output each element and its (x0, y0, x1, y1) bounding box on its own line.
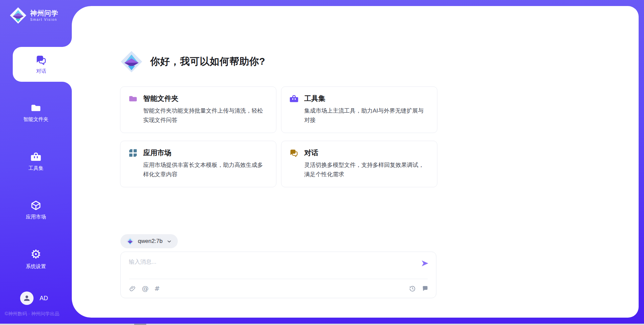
greeting-block: 你好，我可以如何帮助你? (120, 50, 265, 73)
card-header: 智能文件夹 (128, 94, 268, 103)
chat-icon (289, 148, 299, 157)
send-icon[interactable] (421, 259, 429, 268)
sidebar-item-toolbox[interactable]: 工具集 (0, 149, 72, 180)
brand-name: 神州问学 (30, 9, 58, 17)
message-input[interactable] (129, 258, 407, 277)
user-initials: AD (40, 295, 48, 302)
card-description: 集成市场上主流工具，助力AI与外界无缝扩展与对接 (304, 106, 429, 125)
sidebar-item-label: 应用市场 (26, 214, 46, 220)
card-title: 智能文件夹 (143, 94, 178, 103)
chevron-down-icon (166, 239, 172, 244)
brand: 神州问学 Smart Vision (9, 7, 58, 24)
sidebar-item-smart-folder[interactable]: 智能文件夹 (0, 101, 72, 131)
mention-at-icon[interactable]: @ (142, 285, 149, 292)
model-selector[interactable]: qwen2:7b (120, 234, 178, 248)
card-header: 工具集 (289, 94, 429, 103)
avatar (20, 291, 34, 305)
folder-icon (31, 103, 41, 113)
chat-icon (36, 54, 47, 66)
toolbox-icon (31, 151, 41, 162)
composer-toolbar: @ # (129, 279, 429, 298)
window-bottom-edge (0, 324, 644, 325)
card-header: 对话 (289, 148, 429, 157)
paperclip-icon[interactable] (129, 285, 136, 292)
greeting-title: 你好，我可以如何帮助你? (150, 55, 265, 68)
logo-diamond-icon (126, 237, 134, 245)
model-name: qwen2:7b (138, 238, 163, 245)
card-app-market[interactable]: 应用市场 应用市场提供丰富长文本模板，助力高效生成多样化文章内容 (120, 141, 276, 187)
message-composer: @ # (120, 252, 436, 298)
brand-subtitle: Smart Vision (30, 18, 58, 21)
card-title: 应用市场 (143, 148, 171, 157)
history-icon[interactable] (409, 285, 416, 292)
user-account[interactable]: AD (20, 291, 48, 305)
toolbar-right (409, 285, 429, 292)
card-title: 对话 (304, 148, 318, 157)
sidebar-item-settings[interactable]: ⚙ 系统设置 (0, 247, 72, 278)
sidebar-item-app-market[interactable]: 应用市场 (0, 198, 72, 229)
toolbox-icon (289, 94, 299, 103)
brand-logo-diamond-icon (9, 7, 27, 24)
sidebar-item-label: 智能文件夹 (23, 116, 49, 123)
blocks-icon (128, 148, 138, 157)
card-toolbox[interactable]: 工具集 集成市场上主流工具，助力AI与外界无缝扩展与对接 (281, 86, 437, 133)
feature-cards: 智能文件夹 智能文件夹功能支持批量文件上传与清洗，轻松实现文件问答 工具集 集成… (120, 86, 437, 187)
card-smart-folder[interactable]: 智能文件夹 智能文件夹功能支持批量文件上传与清洗，轻松实现文件问答 (120, 86, 276, 133)
toolbar-left: @ # (129, 285, 160, 292)
card-title: 工具集 (304, 94, 325, 103)
logo-diamond-icon (120, 50, 143, 73)
cube-icon (31, 200, 41, 211)
person-icon (23, 294, 31, 302)
scrollbar-thumb[interactable] (134, 324, 146, 325)
card-description: 智能文件夹功能支持批量文件上传与清洗，轻松实现文件问答 (143, 106, 268, 125)
sidebar-item-label: 工具集 (29, 165, 44, 172)
copyright-footer: ©神州数码 · 神州问学出品 (5, 311, 59, 317)
brand-text: 神州问学 Smart Vision (30, 9, 58, 21)
hashtag-icon[interactable]: # (154, 285, 160, 292)
sidebar-item-label: 系统设置 (26, 263, 46, 270)
sidebar-item-chat[interactable]: 对话 (13, 47, 70, 82)
gear-icon: ⚙ (31, 249, 41, 260)
sidebar-item-label: 对话 (36, 68, 46, 74)
quick-phrase-bubble-icon[interactable] (422, 285, 429, 292)
card-description: 灵活切换多模型文件，支持多样回复效果调试，满足个性化需求 (304, 160, 429, 179)
folder-icon (128, 94, 138, 103)
card-description: 应用市场提供丰富长文本模板，助力高效生成多样化文章内容 (143, 160, 268, 179)
card-chat[interactable]: 对话 灵活切换多模型文件，支持多样回复效果调试，满足个性化需求 (281, 141, 437, 187)
card-header: 应用市场 (128, 148, 268, 157)
sidebar: 神州问学 Smart Vision 对话 智能文件夹 工具集 应用市场 ⚙ 系统… (0, 0, 72, 325)
